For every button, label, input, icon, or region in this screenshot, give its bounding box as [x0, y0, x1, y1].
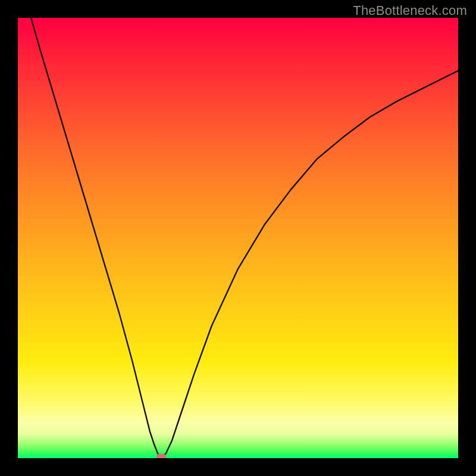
bottleneck-curve: [31, 18, 458, 457]
plot-area: [18, 18, 458, 458]
chart-canvas: TheBottleneck.com: [0, 0, 476, 476]
attribution-text: TheBottleneck.com: [353, 3, 467, 18]
minimum-marker: [156, 453, 166, 458]
curve-svg: [18, 18, 458, 458]
